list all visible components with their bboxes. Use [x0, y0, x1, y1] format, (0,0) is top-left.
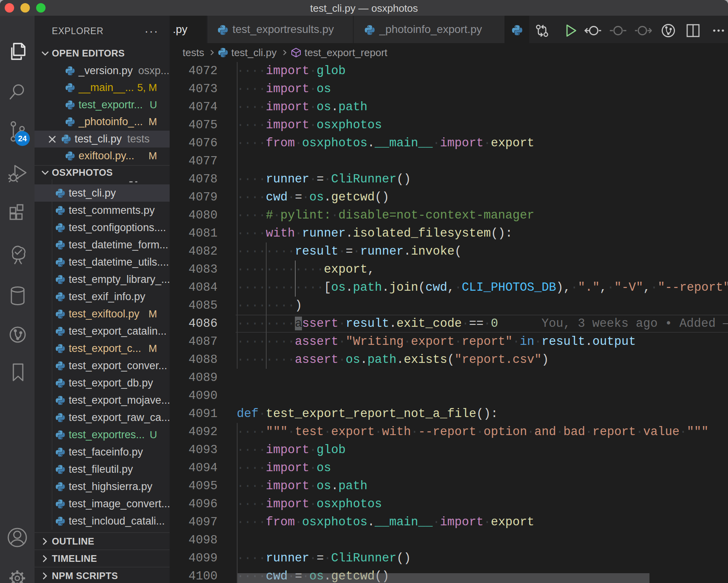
- svg-text:24: 24: [18, 134, 27, 143]
